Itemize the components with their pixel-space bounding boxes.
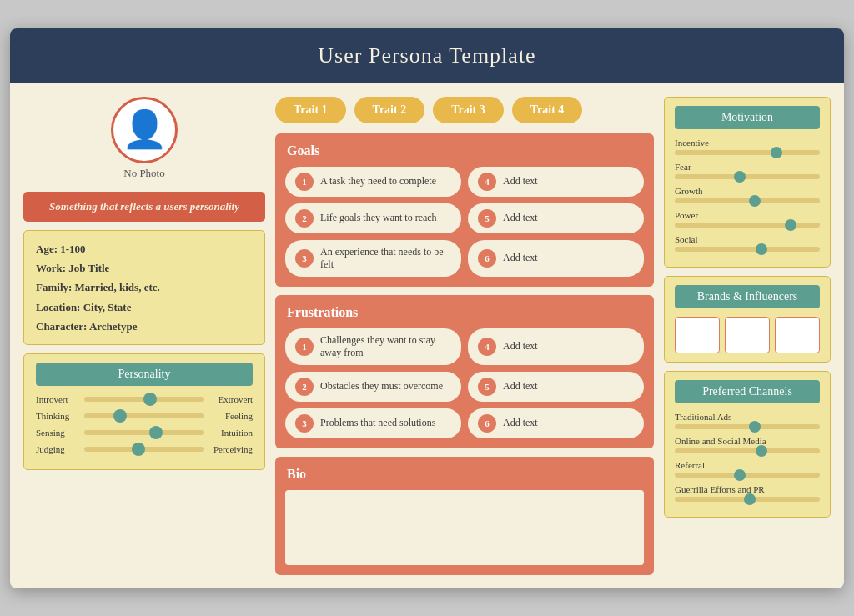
channels-title: Preferred Channels (675, 380, 820, 403)
trait-badge-2[interactable]: Trait 2 (354, 97, 425, 123)
info-box: Age: 1-100 Work: Job Title Family: Marri… (23, 230, 265, 346)
motivation-slider-row-2: Growth (675, 186, 820, 203)
page-wrapper: User Persona Template 👤 No Photo Somethi… (10, 28, 844, 588)
slider-track-0[interactable] (84, 397, 204, 402)
motivation-slider-row-4: Social (675, 234, 820, 252)
motivation-sliders: Incentive Fear Growth Power Social (675, 138, 820, 252)
brand-box-3[interactable] (775, 317, 820, 353)
motivation-label-1: Fear (675, 162, 820, 172)
frust-text-1: Challenges they want to stay away from (320, 334, 451, 359)
channel-thumb-2[interactable] (734, 469, 746, 481)
channel-track-1[interactable] (675, 448, 820, 453)
goal-item-5: 5Add text (468, 203, 644, 233)
location-info: Location: City, State (36, 298, 253, 317)
motivation-label-2: Growth (675, 186, 820, 196)
slider-left-label-1: Thinking (36, 411, 79, 421)
frustration-item-1: 1Challenges they want to stay away from (285, 328, 461, 365)
bio-content[interactable] (285, 490, 644, 565)
slider-thumb-3[interactable] (132, 443, 145, 456)
avatar: 👤 (111, 97, 178, 163)
motivation-label-4: Social (675, 234, 820, 244)
slider-thumb-1[interactable] (113, 409, 127, 423)
channel-slider-row-3: Guerrilla Efforts and PR (675, 484, 820, 502)
slider-track-2[interactable] (84, 430, 204, 435)
brands-grid (675, 317, 820, 353)
slider-track-1[interactable] (84, 413, 204, 418)
channel-slider-row-1: Online and Social Media (675, 436, 820, 453)
frustration-item-3: 3Problems that need solutions (285, 408, 461, 438)
goal-item-3: 3An experience that needs to be felt (285, 240, 461, 277)
bio-section: Bio (275, 457, 654, 575)
motivation-track-4[interactable] (675, 247, 820, 252)
frustrations-grid: 1Challenges they want to stay away from4… (285, 328, 644, 438)
brands-section: Brands & Influencers (664, 276, 831, 363)
channel-track-2[interactable] (675, 473, 820, 478)
trait-badge-4[interactable]: Trait 4 (512, 97, 583, 123)
frust-num-1: 1 (295, 338, 314, 356)
frust-text-4: Add text (503, 340, 538, 353)
goal-text-1: A task they need to complete (320, 175, 436, 188)
channels-sliders: Traditional Ads Online and Social Media … (675, 412, 820, 502)
slider-thumb-2[interactable] (149, 426, 163, 439)
slider-right-label-3: Perceiving (209, 444, 253, 454)
motivation-label-0: Incentive (675, 138, 820, 148)
goal-item-1: 1A task they need to complete (285, 167, 461, 197)
frust-num-3: 3 (295, 414, 314, 433)
middle-column: Trait 1Trait 2Trait 3Trait 4 Goals 1A ta… (275, 97, 654, 575)
personality-section: Personality Introvert Extrovert Thinking… (23, 353, 265, 470)
motivation-track-1[interactable] (675, 174, 820, 179)
slider-right-label-2: Intuition (209, 428, 253, 438)
goal-text-5: Add text (503, 212, 538, 224)
goals-title: Goals (285, 143, 644, 158)
trait-badge-3[interactable]: Trait 3 (433, 97, 504, 123)
channel-thumb-0[interactable] (749, 421, 761, 433)
channel-thumb-1[interactable] (756, 445, 767, 457)
frust-text-3: Problems that need solutions (320, 417, 435, 429)
motivation-track-0[interactable] (675, 150, 820, 155)
channel-track-3[interactable] (675, 497, 820, 502)
frust-num-5: 5 (478, 378, 496, 396)
brands-title: Brands & Influencers (675, 285, 820, 308)
motivation-thumb-2[interactable] (749, 195, 761, 207)
channel-label-0: Traditional Ads (675, 412, 820, 422)
personality-quote: Something that reflects a users personal… (23, 192, 265, 222)
slider-track-3[interactable] (84, 447, 204, 452)
channel-track-0[interactable] (675, 424, 820, 429)
channel-label-2: Referral (675, 460, 820, 470)
frustration-item-4: 4Add text (468, 328, 644, 365)
motivation-slider-row-0: Incentive (675, 138, 820, 155)
goal-text-2: Life goals they want to reach (320, 212, 437, 224)
motivation-thumb-1[interactable] (734, 171, 746, 183)
motivation-thumb-4[interactable] (756, 243, 767, 255)
family-info: Family: Married, kids, etc. (36, 278, 253, 297)
slider-thumb-0[interactable] (143, 393, 157, 406)
goal-text-6: Add text (503, 252, 538, 264)
goal-num-4: 4 (478, 173, 496, 191)
channel-thumb-3[interactable] (744, 493, 756, 505)
left-column: 👤 No Photo Something that reflects a use… (23, 97, 265, 575)
goal-item-2: 2Life goals they want to reach (285, 203, 461, 233)
motivation-slider-row-3: Power (675, 210, 820, 228)
goal-num-3: 3 (295, 249, 314, 268)
personality-slider-row-3: Judging Perceiving (36, 444, 253, 454)
frustration-item-2: 2Obstacles they must overcome (285, 372, 461, 402)
frust-num-2: 2 (295, 378, 314, 396)
brand-box-2[interactable] (725, 317, 770, 353)
motivation-track-3[interactable] (675, 223, 820, 228)
goal-num-2: 2 (295, 209, 314, 228)
goal-text-4: Add text (503, 175, 538, 188)
personality-title: Personality (36, 363, 253, 386)
slider-left-label-3: Judging (36, 444, 79, 454)
motivation-thumb-3[interactable] (785, 219, 796, 231)
motivation-track-2[interactable] (675, 198, 820, 203)
channel-slider-row-2: Referral (675, 460, 820, 478)
motivation-title: Motivation (675, 106, 820, 129)
trait-badge-1[interactable]: Trait 1 (275, 97, 346, 123)
brand-box-1[interactable] (675, 317, 720, 353)
right-column: Motivation Incentive Fear Growth Power S… (664, 97, 831, 575)
slider-left-label-2: Sensing (36, 428, 79, 438)
motivation-thumb-0[interactable] (771, 147, 782, 158)
motivation-section: Motivation Incentive Fear Growth Power S… (664, 97, 831, 268)
goal-text-3: An experience that needs to be felt (320, 246, 451, 271)
slider-left-label-0: Introvert (36, 394, 79, 404)
